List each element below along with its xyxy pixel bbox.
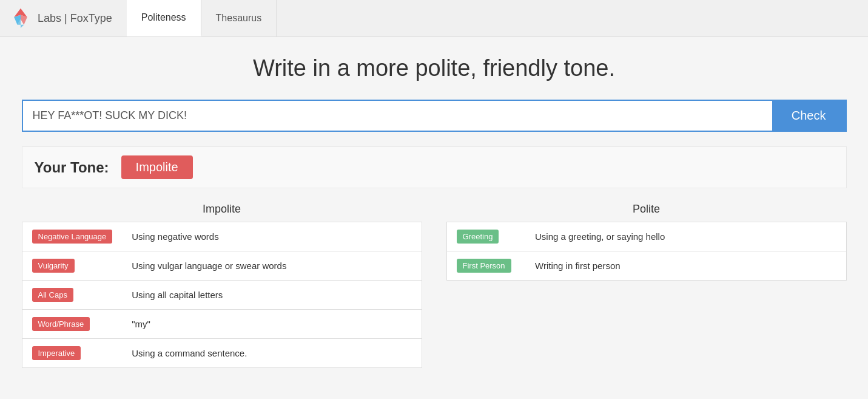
tag-cell: Word/Phrase xyxy=(22,310,122,339)
tag-cell: Greeting xyxy=(446,222,525,251)
table-row: All Caps Using all capital letters xyxy=(22,281,422,310)
table-row: Vulgarity Using vulgar language or swear… xyxy=(22,251,422,281)
description-cell: Using a command sentence. xyxy=(122,339,422,368)
description-cell: Using vulgar language or swear words xyxy=(122,251,422,281)
logo: Labs | FoxType xyxy=(10,7,112,29)
polite-table: Greeting Using a greeting, or saying hel… xyxy=(446,222,847,281)
description-cell: Using all capital letters xyxy=(122,281,422,310)
navbar: Labs | FoxType Politeness Thesaurus xyxy=(0,0,868,37)
tag-cell: Negative Language xyxy=(22,222,122,251)
table-row: Negative Language Using negative words xyxy=(22,222,422,251)
impolite-tag: Word/Phrase xyxy=(32,317,90,331)
table-row: Word/Phrase "my" xyxy=(22,310,422,339)
impolite-section: Impolite Negative Language Using negativ… xyxy=(22,203,422,368)
check-button[interactable]: Check xyxy=(772,101,846,131)
tables-row: Impolite Negative Language Using negativ… xyxy=(22,203,847,368)
impolite-tag: Vulgarity xyxy=(32,259,75,273)
tag-cell: Vulgarity xyxy=(22,251,122,281)
tab-politeness[interactable]: Politeness xyxy=(127,0,201,36)
polite-section: Polite Greeting Using a greeting, or say… xyxy=(446,203,847,368)
fox-icon xyxy=(10,7,32,29)
polite-tag: First Person xyxy=(457,259,511,273)
nav-tabs: Politeness Thesaurus xyxy=(127,0,277,36)
description-cell: Writing in first person xyxy=(525,251,846,281)
tag-cell: All Caps xyxy=(22,281,122,310)
input-row: Check xyxy=(22,100,847,132)
tone-label: Your Tone: xyxy=(35,159,109,176)
main-content: Write in a more polite, friendly tone. C… xyxy=(10,37,859,380)
polite-heading: Polite xyxy=(446,203,847,216)
description-cell: Using a greeting, or saying hello xyxy=(525,222,846,251)
text-input[interactable] xyxy=(23,101,772,131)
description-cell: "my" xyxy=(122,310,422,339)
tag-cell: First Person xyxy=(446,251,525,281)
table-row: Imperative Using a command sentence. xyxy=(22,339,422,368)
impolite-tag: Imperative xyxy=(32,346,81,360)
table-row: Greeting Using a greeting, or saying hel… xyxy=(446,222,846,251)
impolite-heading: Impolite xyxy=(22,203,422,216)
polite-tag: Greeting xyxy=(457,230,499,244)
brand-label: Labs | FoxType xyxy=(38,12,112,25)
tag-cell: Imperative xyxy=(22,339,122,368)
tone-row: Your Tone: Impolite xyxy=(22,146,847,188)
impolite-tag: All Caps xyxy=(32,288,73,302)
description-cell: Using negative words xyxy=(122,222,422,251)
tone-badge: Impolite xyxy=(121,155,193,179)
hero-title: Write in a more polite, friendly tone. xyxy=(22,55,847,81)
impolite-table: Negative Language Using negative words V… xyxy=(22,222,422,368)
impolite-tag: Negative Language xyxy=(32,230,113,244)
table-row: First Person Writing in first person xyxy=(446,251,846,281)
tab-thesaurus[interactable]: Thesaurus xyxy=(201,0,277,36)
